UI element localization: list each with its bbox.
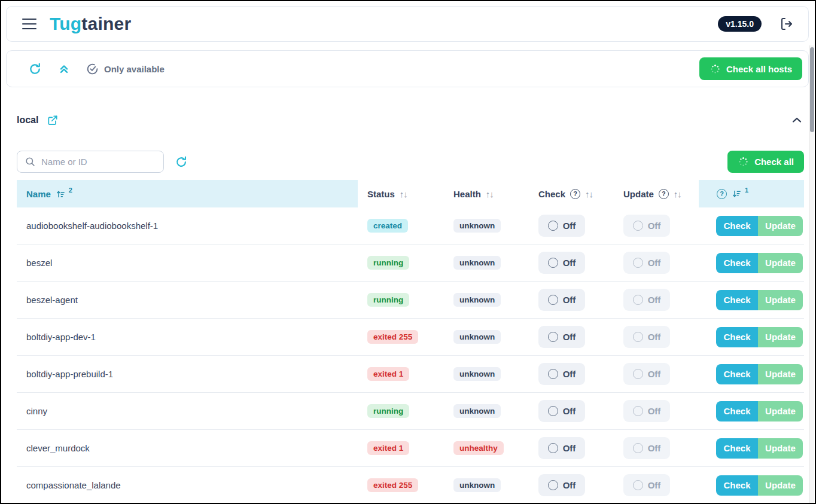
row-actions: Check Update bbox=[716, 401, 803, 421]
check-toggle[interactable]: Off bbox=[538, 437, 585, 459]
check-circle-icon bbox=[86, 63, 99, 75]
row-check-button[interactable]: Check bbox=[716, 253, 758, 273]
check-toggle[interactable]: Off bbox=[538, 215, 585, 237]
health-badge: unknown bbox=[453, 478, 501, 493]
sort-ascending-icon bbox=[56, 189, 66, 199]
row-update-button[interactable]: Update bbox=[758, 475, 803, 496]
check-toggle[interactable]: Off bbox=[538, 326, 585, 348]
radio-icon bbox=[633, 295, 643, 305]
sort-arrows-icon bbox=[585, 189, 593, 199]
column-header-actions[interactable]: 1 bbox=[699, 180, 804, 207]
update-toggle[interactable]: Off bbox=[623, 289, 670, 311]
spinner-icon bbox=[738, 156, 749, 167]
table-body: audiobookshelf-audiobookshelf-1 created … bbox=[17, 207, 804, 504]
vertical-scrollbar[interactable] bbox=[809, 45, 814, 503]
host-refresh-icon[interactable] bbox=[175, 155, 188, 169]
update-toggle-label: Off bbox=[648, 332, 661, 342]
column-header-status[interactable]: Status bbox=[358, 180, 444, 207]
external-link-icon[interactable] bbox=[47, 114, 59, 126]
update-toggle-label: Off bbox=[648, 406, 661, 416]
collapse-host-icon[interactable] bbox=[790, 113, 804, 127]
container-name: boltdiy-app-prebuild-1 bbox=[26, 369, 113, 379]
row-update-button[interactable]: Update bbox=[758, 327, 803, 347]
check-toggle-label: Off bbox=[563, 480, 576, 490]
host-section-header: local bbox=[17, 111, 804, 129]
check-toggle[interactable]: Off bbox=[538, 400, 585, 422]
scrollbar-thumb[interactable] bbox=[810, 47, 814, 132]
table-row: clever_murdock exited 1 unhealthy Off Of… bbox=[17, 430, 804, 467]
update-toggle[interactable]: Off bbox=[623, 252, 670, 274]
column-label-health: Health bbox=[453, 189, 481, 199]
row-update-button[interactable]: Update bbox=[758, 253, 803, 273]
row-check-button[interactable]: Check bbox=[716, 438, 758, 459]
row-update-button[interactable]: Update bbox=[758, 401, 803, 421]
row-update-button[interactable]: Update bbox=[758, 216, 803, 236]
check-toggle[interactable]: Off bbox=[538, 289, 585, 311]
health-badge: unknown bbox=[453, 219, 501, 233]
update-toggle[interactable]: Off bbox=[623, 363, 670, 385]
only-available-label: Only available bbox=[104, 64, 165, 74]
version-badge: v1.15.0 bbox=[718, 16, 762, 32]
update-toggle[interactable]: Off bbox=[623, 326, 670, 348]
row-actions: Check Update bbox=[716, 327, 803, 347]
sort-arrows-icon bbox=[674, 189, 681, 199]
update-toggle[interactable]: Off bbox=[623, 474, 670, 496]
update-toggle[interactable]: Off bbox=[623, 400, 670, 422]
column-label-update: Update bbox=[623, 189, 654, 199]
row-update-button[interactable]: Update bbox=[758, 364, 803, 384]
container-name: audiobookshelf-audiobookshelf-1 bbox=[26, 221, 158, 231]
refresh-icon[interactable] bbox=[28, 62, 42, 76]
menu-icon[interactable] bbox=[22, 19, 36, 29]
column-header-update[interactable]: Update bbox=[614, 180, 699, 207]
status-badge: running bbox=[367, 256, 409, 270]
status-badge: running bbox=[367, 404, 409, 419]
health-badge: unknown bbox=[453, 404, 501, 419]
row-update-button[interactable]: Update bbox=[758, 438, 803, 459]
main-content: local bbox=[1, 111, 815, 504]
row-check-button[interactable]: Check bbox=[716, 327, 758, 347]
status-badge: exited 1 bbox=[367, 441, 409, 456]
container-name: boltdiy-app-dev-1 bbox=[26, 332, 96, 342]
radio-icon bbox=[633, 221, 643, 231]
update-toggle[interactable]: Off bbox=[623, 215, 670, 237]
update-toggle-label: Off bbox=[648, 221, 661, 231]
spinner-icon bbox=[710, 63, 721, 75]
radio-icon bbox=[633, 258, 643, 268]
radio-icon bbox=[548, 443, 558, 453]
check-all-hosts-button[interactable]: Check all hosts bbox=[699, 57, 802, 80]
status-badge: exited 255 bbox=[367, 330, 418, 344]
container-name: compassionate_lalande bbox=[26, 480, 121, 490]
column-header-check[interactable]: Check bbox=[529, 180, 614, 207]
row-check-button[interactable]: Check bbox=[716, 364, 758, 384]
help-icon[interactable] bbox=[659, 189, 669, 199]
check-toggle[interactable]: Off bbox=[538, 363, 585, 385]
only-available-toggle[interactable]: Only available bbox=[86, 63, 165, 75]
update-toggle[interactable]: Off bbox=[623, 437, 670, 459]
search-input[interactable] bbox=[41, 157, 157, 167]
help-icon[interactable] bbox=[717, 189, 727, 199]
row-check-button[interactable]: Check bbox=[716, 475, 758, 496]
row-check-button[interactable]: Check bbox=[716, 290, 758, 310]
check-toggle[interactable]: Off bbox=[538, 474, 585, 496]
radio-icon bbox=[548, 295, 558, 305]
help-icon[interactable] bbox=[570, 189, 580, 199]
check-all-button[interactable]: Check all bbox=[727, 151, 804, 173]
row-actions: Check Update bbox=[716, 290, 803, 310]
column-header-name[interactable]: Name 2 bbox=[17, 180, 358, 207]
logout-icon[interactable] bbox=[780, 17, 794, 31]
container-name: beszel bbox=[26, 258, 52, 268]
table-row: beszel-agent running unknown Off Off Che… bbox=[17, 282, 804, 319]
row-check-button[interactable]: Check bbox=[716, 401, 758, 421]
row-check-button[interactable]: Check bbox=[716, 216, 758, 236]
radio-icon bbox=[548, 406, 558, 416]
sort-arrows-icon bbox=[400, 189, 407, 199]
row-update-button[interactable]: Update bbox=[758, 290, 803, 310]
column-header-health[interactable]: Health bbox=[444, 180, 529, 207]
column-label-status: Status bbox=[367, 189, 395, 199]
row-actions: Check Update bbox=[716, 253, 803, 273]
toolbar: Only available Check all hosts bbox=[6, 50, 809, 87]
sort-order-badge: 2 bbox=[69, 187, 72, 194]
check-toggle[interactable]: Off bbox=[538, 252, 585, 274]
radio-icon bbox=[548, 480, 558, 490]
collapse-all-icon[interactable] bbox=[57, 62, 71, 75]
